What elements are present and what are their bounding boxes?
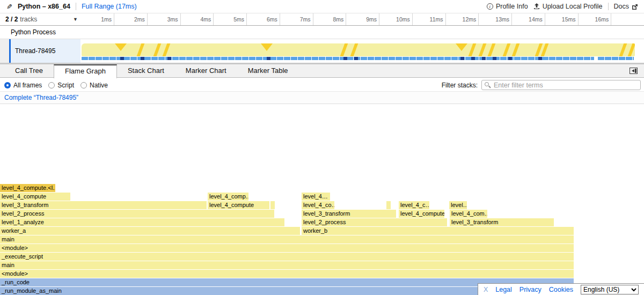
ruler-tick: 4ms	[180, 13, 214, 25]
gc-marker-segment	[167, 57, 171, 60]
chevron-down-icon: ▼	[73, 17, 78, 22]
breadcrumb-row: Complete “Thread-78495”	[0, 92, 644, 104]
flame-block[interactable]: level_3_transform	[450, 218, 554, 226]
flame-block[interactable]: level_3_transform	[302, 210, 396, 218]
flame-graph-toolbar: All framesScriptNative Filter stacks:	[0, 78, 644, 92]
radio-native[interactable]: Native	[80, 82, 108, 89]
radio-script[interactable]: Script	[48, 82, 74, 89]
track-process-row[interactable]: Python Process	[0, 26, 644, 39]
flame-block[interactable]: <module>	[0, 244, 574, 252]
frame-filter-radios: All framesScriptNative	[4, 78, 108, 92]
filter-stacks-input[interactable]	[481, 80, 641, 90]
ruler-tick: 7ms	[280, 13, 313, 25]
memory-spike-slash	[163, 43, 171, 56]
gc-marker-segment	[460, 57, 464, 60]
flame-block[interactable]: level_4_compute	[399, 210, 444, 218]
memory-spike-slash	[488, 43, 496, 56]
tab-marker-chart[interactable]: Marker Chart	[175, 64, 237, 78]
thread-label: Thread-78495	[15, 47, 55, 55]
flame-block[interactable]: worker_a	[0, 227, 300, 235]
app-header: ✎ Python – x86_64 Full Range (17ms) i Pr…	[0, 0, 644, 13]
tab-bar: Call TreeFlame GraphStack ChartMarker Ch…	[0, 64, 644, 78]
ruler-tick: 6ms	[247, 13, 280, 25]
profile-title: Python – x86_64	[18, 3, 70, 10]
tab-call-tree[interactable]: Call Tree	[4, 64, 54, 78]
flame-block[interactable]: level_4_comp…	[208, 193, 248, 201]
footer-x-link[interactable]: X	[484, 286, 488, 293]
ruler-tick: 10ms	[379, 13, 413, 25]
flame-block[interactable]: level_4_c…	[399, 201, 429, 209]
timeline-header: 2 / 2 tracks ▼ 1ms2ms3ms4ms5ms6ms7ms8ms9…	[0, 13, 644, 26]
sidebar-toggle-icon[interactable]	[630, 68, 638, 74]
flame-block[interactable]: level_1_analyze	[0, 218, 284, 226]
ruler-tick: 13ms	[479, 13, 512, 25]
flame-block[interactable]: level_4…	[302, 193, 330, 201]
filter-stacks-label: Filter stacks:	[442, 82, 478, 89]
thread-gutter	[0, 39, 9, 63]
tracks-count: 2 / 2	[5, 16, 18, 23]
footer-link-cookies[interactable]: Cookies	[549, 286, 573, 293]
memory-spike-slash	[619, 43, 627, 56]
memory-spike-slash	[340, 43, 348, 56]
thread-label-cell[interactable]: Thread-78495	[11, 39, 80, 63]
cpu-samples-strip	[82, 57, 634, 60]
ruler-tick: 8ms	[313, 13, 346, 25]
sample-gap	[594, 57, 598, 60]
radio-label: Native	[90, 82, 108, 89]
radio-label: All frames	[13, 82, 42, 89]
tab-flame-graph[interactable]: Flame Graph	[54, 64, 117, 78]
flame-graph-canvas: level_4_compute.<l…level_4_computelevel_…	[0, 184, 644, 295]
flame-block[interactable]: level_3_transform	[0, 201, 207, 209]
footer-link-privacy[interactable]: Privacy	[519, 286, 541, 293]
flame-block[interactable]: level_4_compute	[0, 193, 70, 201]
radio-circle-icon	[80, 82, 87, 88]
flame-block[interactable]: _execute_script	[0, 253, 574, 261]
radio-label: Script	[57, 82, 74, 89]
external-link-icon	[632, 4, 638, 10]
flame-block[interactable]: level…	[449, 201, 467, 209]
flame-block[interactable]	[270, 201, 275, 209]
breadcrumb[interactable]: Complete “Thread-78495”	[4, 94, 78, 101]
divider	[608, 3, 609, 10]
flame-block[interactable]: level_2_process	[302, 218, 447, 226]
radio-circle-icon	[4, 82, 11, 88]
flame-block[interactable]: main	[0, 235, 574, 244]
footer-link-legal[interactable]: Legal	[495, 286, 512, 293]
tab-stack-chart[interactable]: Stack Chart	[117, 64, 175, 78]
edit-profile-name-icon[interactable]: ✎	[6, 3, 12, 11]
docs-link[interactable]: Docs	[614, 3, 638, 10]
sidebar-toggle-arrow	[632, 69, 634, 72]
radio-all-frames[interactable]: All frames	[4, 82, 42, 89]
flame-block[interactable]	[386, 201, 391, 209]
upload-local-profile-button[interactable]: Upload Local Profile	[533, 3, 603, 10]
tracks-word: tracks	[20, 16, 37, 23]
flame-block[interactable]: main	[0, 261, 574, 269]
memory-spike-triangle	[261, 43, 273, 51]
ruler-tick: 2ms	[114, 13, 148, 25]
memory-spike-slash	[512, 43, 520, 56]
sidebar-toggle-bar	[635, 69, 636, 73]
ruler-tick: 3ms	[148, 13, 181, 25]
tab-bar-tabs: Call TreeFlame GraphStack ChartMarker Ch…	[0, 64, 644, 78]
full-range-button[interactable]: Full Range (17ms)	[82, 3, 137, 10]
tracks-dropdown[interactable]: 2 / 2 tracks ▼	[0, 13, 83, 25]
flame-block[interactable]: <module>	[0, 270, 574, 278]
tab-marker-table[interactable]: Marker Table	[237, 64, 299, 78]
memory-spike-triangle	[456, 43, 467, 51]
memory-track-band	[82, 43, 635, 56]
ruler-tick: 15ms	[545, 13, 579, 25]
gc-marker-segment	[493, 57, 496, 60]
track-thread-row[interactable]: Thread-78495	[0, 39, 644, 63]
gc-marker-segment	[471, 57, 475, 60]
docs-label: Docs	[614, 3, 629, 10]
flame-block[interactable]: level_2_process	[0, 210, 274, 218]
profile-info-button[interactable]: i Profile Info	[487, 3, 528, 10]
flame-block[interactable]: level_4_com…	[450, 210, 487, 218]
flame-block[interactable]: level_4_compute.<l…	[0, 184, 55, 192]
flame-block[interactable]: level_4_co…	[302, 201, 334, 209]
flame-block[interactable]: level_4_compute	[208, 201, 269, 209]
flame-block[interactable]: worker_b	[302, 227, 574, 235]
thread-track-canvas[interactable]	[80, 39, 644, 63]
footer: X LegalPrivacyCookies English (US)	[478, 283, 644, 295]
language-select[interactable]: English (US)	[581, 285, 639, 294]
